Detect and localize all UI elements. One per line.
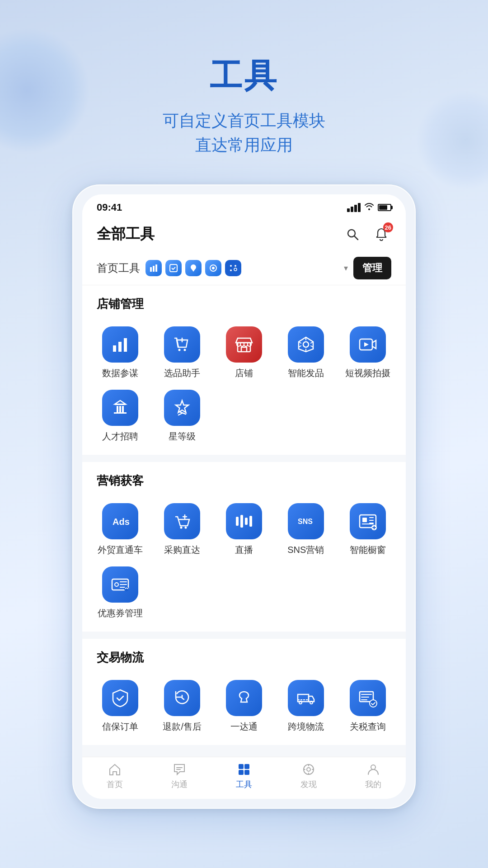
- tool-item-smart-window[interactable]: 智能橱窗: [337, 500, 399, 559]
- svg-rect-29: [245, 518, 248, 525]
- tool-label-customs: 关税查询: [350, 721, 386, 732]
- svg-rect-45: [244, 770, 249, 775]
- mini-icon-3: [185, 260, 202, 276]
- home-tools-icon-row: [145, 260, 338, 276]
- tool-icon-logistics: [288, 680, 324, 716]
- nav-home[interactable]: 首页: [82, 763, 147, 790]
- svg-point-37: [124, 587, 129, 591]
- tool-item-coupon[interactable]: 优惠券管理: [89, 563, 151, 623]
- tool-label-sns: SNS营销: [287, 544, 324, 556]
- signal-icon: [347, 203, 361, 212]
- svg-rect-5: [170, 264, 177, 272]
- search-icon: [345, 227, 360, 241]
- nav-discover[interactable]: 发现: [277, 763, 341, 790]
- tool-item-live[interactable]: 直播: [213, 500, 275, 559]
- tool-label-logistics: 跨境物流: [288, 721, 324, 732]
- svg-rect-23: [114, 412, 127, 414]
- phone-screen: 09:41: [82, 194, 406, 799]
- app-header-title: 全部工具: [97, 224, 155, 244]
- mini-icon-5: [225, 260, 241, 276]
- bg-decoration-right: [416, 90, 488, 190]
- svg-point-39: [310, 701, 313, 704]
- tool-item-star-level[interactable]: 星等级: [151, 386, 213, 446]
- tool-item-ads[interactable]: Ads 外贸直通车: [89, 500, 151, 559]
- svg-rect-42: [239, 764, 244, 769]
- section-title-marketing: 营销获客: [82, 462, 406, 492]
- chevron-down-icon[interactable]: ▾: [344, 263, 348, 273]
- svg-point-26: [185, 527, 187, 529]
- nav-tools[interactable]: 工具: [211, 763, 276, 790]
- subtitle-line2: 直达常用应用: [195, 136, 293, 154]
- status-time: 09:41: [97, 202, 122, 213]
- svg-point-8: [230, 265, 232, 267]
- mine-nav-icon: [366, 763, 380, 776]
- tool-label-smart-window: 智能橱窗: [350, 544, 386, 556]
- discover-nav-icon: [302, 763, 315, 776]
- tool-item-store[interactable]: 店铺: [213, 323, 275, 382]
- home-nav-icon: [108, 763, 122, 776]
- bg-decoration-left: [0, 27, 90, 154]
- svg-point-14: [178, 349, 181, 351]
- tool-label-store: 店铺: [235, 367, 253, 379]
- header-action-icons: 26: [343, 224, 391, 244]
- nav-mine[interactable]: 我的: [341, 763, 406, 790]
- svg-rect-3: [153, 266, 155, 272]
- tool-item-refund[interactable]: 退款/售后: [151, 676, 213, 736]
- tool-item-product-selection[interactable]: 选品助手: [151, 323, 213, 382]
- manage-button[interactable]: 管理: [353, 257, 391, 279]
- search-button[interactable]: [343, 224, 362, 244]
- svg-rect-4: [155, 264, 157, 272]
- svg-rect-28: [240, 515, 243, 528]
- nav-home-label: 首页: [107, 779, 123, 790]
- svg-point-17: [303, 342, 309, 347]
- tool-label-trust-order: 信保订单: [102, 721, 138, 732]
- tool-label-data-analytics: 数据参谋: [102, 367, 138, 379]
- svg-rect-27: [236, 517, 239, 526]
- svg-text:Ads: Ads: [113, 517, 130, 527]
- tool-item-smart-product[interactable]: 智能发品: [275, 323, 337, 382]
- tool-icon-smart-product: [288, 326, 324, 363]
- tool-item-data-analytics[interactable]: 数据参谋: [89, 323, 151, 382]
- tool-item-customs[interactable]: 关税查询: [337, 676, 399, 736]
- mini-icon-2: [165, 260, 182, 276]
- svg-point-15: [184, 349, 186, 351]
- nav-chat-label: 沟通: [171, 779, 188, 790]
- svg-line-1: [354, 236, 358, 240]
- svg-rect-21: [119, 406, 121, 412]
- svg-point-9: [235, 265, 236, 267]
- tool-item-purchase[interactable]: 采购直达: [151, 500, 213, 559]
- tool-item-sns[interactable]: SNS SNS营销: [275, 500, 337, 559]
- tool-item-logistics[interactable]: 跨境物流: [275, 676, 337, 736]
- nav-mine-label: 我的: [365, 779, 381, 790]
- tool-icon-talent: [102, 390, 138, 426]
- tool-icon-coupon: [102, 566, 138, 603]
- tool-icon-live: [226, 503, 262, 539]
- tool-icon-product-selection: [164, 326, 200, 363]
- svg-point-36: [115, 583, 118, 586]
- wifi-icon: [364, 203, 374, 212]
- nav-chat[interactable]: 沟通: [147, 763, 211, 790]
- tool-item-short-video[interactable]: 短视频拍摄: [337, 323, 399, 382]
- tool-icon-refund: [164, 680, 200, 716]
- tool-label-talent: 人才招聘: [102, 430, 138, 442]
- tool-item-talent[interactable]: 人才招聘: [89, 386, 151, 446]
- svg-rect-2: [150, 267, 152, 272]
- tool-item-trust-order[interactable]: 信保订单: [89, 676, 151, 736]
- section-shop-management: 店铺管理 数据参谋 选品助手: [82, 285, 406, 455]
- notification-button[interactable]: 26: [371, 224, 391, 244]
- home-tools-bar: 首页工具: [82, 251, 406, 285]
- tool-grid-marketing: Ads 外贸直通车 采购直达: [82, 492, 406, 632]
- mini-icon-4: [205, 260, 221, 276]
- tool-label-refund: 退款/售后: [163, 721, 202, 732]
- bottom-nav: 首页 沟通 工具: [82, 757, 406, 799]
- section-transaction: 交易物流 信保订单 退款/售后: [82, 639, 406, 745]
- tool-item-yidatong[interactable]: 一达通: [213, 676, 275, 736]
- status-bar: 09:41: [82, 194, 406, 217]
- nav-tools-label: 工具: [236, 779, 252, 790]
- tools-nav-icon: [237, 763, 251, 776]
- battery-icon: [378, 204, 391, 211]
- page-header: 工具 可自定义首页工具模块 直达常用应用: [163, 54, 325, 157]
- tool-label-star-level: 星等级: [169, 430, 196, 442]
- svg-text:SNS: SNS: [298, 518, 313, 525]
- tool-icon-customs: [350, 680, 386, 716]
